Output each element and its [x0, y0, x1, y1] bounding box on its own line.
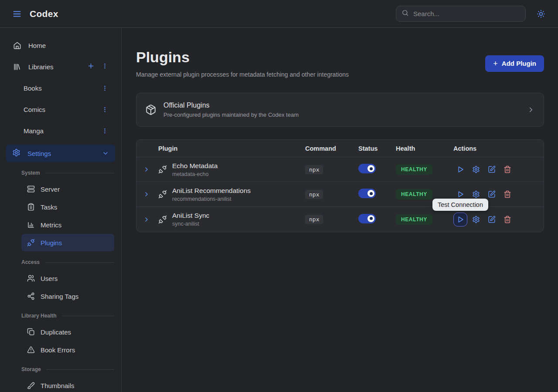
sidebar-item-label: Users: [41, 275, 58, 282]
theme-toggle-sun-icon[interactable]: [534, 7, 548, 21]
sidebar-item-label: Metrics: [41, 221, 61, 229]
column-header-health: Health: [396, 145, 453, 152]
package-icon: [145, 104, 157, 115]
command-chip: npx: [305, 190, 323, 199]
search-icon: [401, 9, 409, 18]
edit-button[interactable]: [485, 162, 499, 176]
sidebar-item-comics[interactable]: Comics: [7, 100, 114, 119]
sidebar-item-books[interactable]: Books: [7, 78, 114, 98]
sidebar-item-label: Book Errors: [41, 346, 75, 354]
command-chip: npx: [305, 215, 323, 224]
plugin-slug: metadata-echo: [172, 171, 218, 177]
sidebar-item-server[interactable]: Server: [21, 180, 114, 198]
home-icon: [13, 41, 21, 50]
sidebar-item-tasks[interactable]: Tasks: [21, 198, 114, 216]
table-row: Echo Metadata metadata-echo npx HEALTHY: [136, 157, 544, 182]
sidebar-item-label: Server: [41, 186, 60, 193]
chevron-right-icon: [527, 106, 535, 114]
sidebar-item-label: Sharing Tags: [41, 293, 78, 300]
sidebar-item-libraries[interactable]: Libraries: [7, 57, 114, 76]
sidebar-item-sharing-tags[interactable]: Sharing Tags: [21, 287, 114, 305]
health-badge: HEALTHY: [396, 164, 432, 175]
clipboard-icon: [27, 203, 35, 211]
edit-button[interactable]: [485, 213, 499, 226]
bar-chart-icon: [27, 221, 35, 229]
sidebar-item-label: Home: [28, 42, 46, 49]
delete-button[interactable]: [500, 213, 514, 226]
manga-kebab-icon[interactable]: [102, 128, 108, 134]
sidebar-item-manga[interactable]: Manga: [7, 121, 114, 140]
sidebar-item-settings[interactable]: Settings: [6, 145, 115, 162]
delete-button[interactable]: [500, 187, 514, 201]
sidebar-item-label: Tasks: [41, 203, 57, 211]
menu-icon[interactable]: [10, 7, 24, 21]
books-kebab-icon[interactable]: [102, 85, 108, 91]
delete-button[interactable]: [500, 162, 514, 176]
status-toggle[interactable]: [358, 214, 376, 223]
test-connection-button[interactable]: [453, 162, 467, 176]
expand-row-icon[interactable]: [143, 191, 150, 198]
official-plugins-card[interactable]: Official Plugins Pre-configured plugins …: [136, 93, 544, 127]
column-header-plugin: Plugin: [158, 145, 305, 152]
search-input[interactable]: [413, 10, 520, 17]
comics-kebab-icon[interactable]: [102, 106, 108, 113]
search-box[interactable]: [396, 6, 526, 22]
add-plugin-button[interactable]: + Add Plugin: [485, 55, 544, 72]
sidebar: Home Libraries Books Comics: [0, 28, 122, 392]
add-library-icon[interactable]: [87, 62, 95, 71]
sidebar-item-metrics[interactable]: Metrics: [21, 216, 114, 233]
configure-button[interactable]: [469, 162, 483, 176]
plus-icon: +: [493, 60, 498, 68]
plug-icon: [27, 239, 35, 247]
official-plugins-subtitle: Pre-configured plugins maintained by the…: [163, 112, 299, 118]
sidebar-item-users[interactable]: Users: [21, 270, 114, 287]
section-label-library-health: Library Health: [21, 313, 114, 319]
chevron-down-icon: [102, 150, 109, 157]
sidebar-item-label: Comics: [24, 106, 45, 113]
plugin-name: AniList Recommendations: [172, 187, 251, 195]
column-header-command: Command: [305, 145, 358, 152]
main-content: Plugins Manage external plugin processes…: [122, 28, 558, 392]
library-icon: [13, 63, 21, 71]
plugin-name: Echo Metadata: [172, 162, 218, 170]
paintbrush-icon: [27, 382, 35, 389]
sidebar-item-plugins[interactable]: Plugins: [21, 234, 114, 251]
column-header-status: Status: [358, 145, 396, 152]
plug-icon: [158, 215, 167, 224]
column-header-actions: Actions: [453, 145, 544, 152]
copy-icon: [27, 328, 35, 336]
sidebar-item-label: Books: [24, 84, 42, 92]
page-subtitle: Manage external plugin processes for met…: [136, 71, 349, 78]
libraries-kebab-icon[interactable]: [102, 63, 108, 71]
page-title: Plugins: [136, 49, 349, 66]
plug-icon: [158, 165, 167, 174]
plugin-slug: sync-anilist: [172, 221, 209, 227]
table-header: Plugin Command Status Health Actions: [136, 140, 544, 157]
share-icon: [27, 292, 35, 300]
official-plugins-title: Official Plugins: [163, 101, 299, 109]
health-badge: HEALTHY: [396, 214, 432, 225]
sidebar-item-book-errors[interactable]: Book Errors: [21, 341, 114, 358]
sidebar-item-label: Thumbnails: [41, 382, 75, 389]
status-toggle[interactable]: [358, 189, 376, 198]
plugin-name: AniList Sync: [172, 212, 209, 220]
test-connection-button[interactable]: [453, 213, 467, 226]
app-root: Codex Home Libraries: [0, 0, 558, 392]
configure-button[interactable]: [469, 213, 483, 226]
sidebar-item-duplicates[interactable]: Duplicates: [21, 323, 114, 341]
app-title: Codex: [30, 9, 58, 19]
status-toggle[interactable]: [358, 164, 376, 173]
sidebar-item-label: Libraries: [28, 63, 54, 71]
sidebar-item-home[interactable]: Home: [7, 36, 114, 55]
expand-row-icon[interactable]: [143, 166, 150, 173]
section-label-access: Access: [21, 259, 114, 265]
plug-icon: [158, 190, 167, 199]
sidebar-item-label: Plugins: [41, 239, 62, 247]
health-badge: HEALTHY: [396, 189, 432, 199]
sidebar-item-thumbnails[interactable]: Thumbnails: [21, 377, 114, 392]
top-bar: Codex: [0, 0, 558, 28]
alert-triangle-icon: [27, 346, 35, 354]
expand-row-icon[interactable]: [143, 216, 150, 223]
sidebar-item-label: Settings: [27, 150, 51, 157]
gear-icon: [12, 149, 20, 158]
